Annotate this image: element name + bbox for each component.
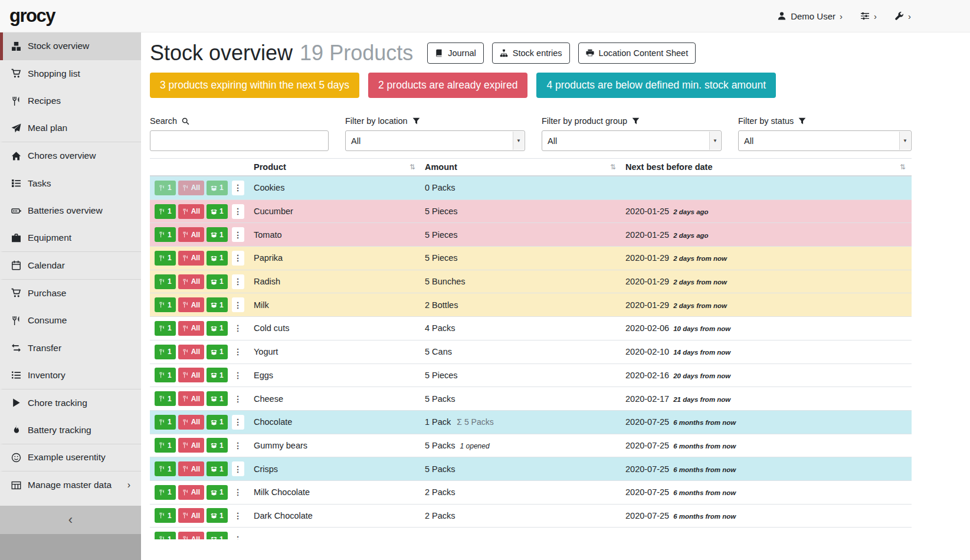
consume-one-button[interactable]: 1 (155, 227, 176, 242)
row-menu-button[interactable]: ⋮ (232, 204, 244, 219)
consume-all-button[interactable]: All (178, 345, 204, 359)
row-menu-button[interactable]: ⋮ (232, 274, 244, 289)
search-input[interactable] (150, 130, 329, 151)
sidebar-item-transfer[interactable]: Transfer (0, 335, 141, 362)
stock-entries-button[interactable]: Stock entries (492, 42, 570, 64)
row-menu-button[interactable]: ⋮ (232, 251, 244, 266)
consume-all-button[interactable]: All (178, 461, 204, 476)
sidebar-item-batteries-overview[interactable]: Batteries overview (0, 197, 141, 225)
status-filter-select[interactable]: All ▼ (738, 130, 912, 151)
sort-icon: ⇅ (900, 163, 912, 171)
sidebar-item-example-userentity[interactable]: Example userentity (0, 444, 141, 472)
row-menu-button[interactable]: ⋮ (232, 321, 244, 336)
settings-menu[interactable]: › (860, 11, 877, 21)
consume-one-button[interactable]: 1 (155, 204, 176, 219)
consume-one-button[interactable]: 1 (155, 321, 176, 336)
consume-all-button[interactable]: All (178, 251, 204, 266)
status-badge-expiring[interactable]: 3 products expiring within the next 5 da… (150, 73, 359, 98)
consume-all-button[interactable]: All (178, 368, 204, 382)
sidebar-item-tasks[interactable]: Tasks (0, 170, 141, 198)
row-menu-button[interactable]: ⋮ (232, 485, 244, 500)
consume-all-button[interactable]: All (178, 438, 204, 453)
open-one-button[interactable]: 1 (207, 204, 228, 219)
row-menu-button[interactable]: ⋮ (232, 368, 244, 382)
sidebar-item-shopping-list[interactable]: Shopping list (0, 60, 141, 88)
open-one-button[interactable]: 1 (207, 181, 228, 195)
row-menu-button[interactable]: ⋮ (232, 391, 244, 406)
sidebar-item-equipment[interactable]: Equipment (0, 225, 141, 253)
sidebar-item-calendar[interactable]: Calendar (0, 252, 141, 280)
row-menu-button[interactable]: ⋮ (232, 461, 244, 476)
consume-one-button[interactable]: 1 (155, 345, 176, 359)
open-one-button[interactable]: 1 (207, 297, 228, 312)
sidebar-item-consume[interactable]: Consume (0, 307, 141, 335)
sidebar-item-recipes[interactable]: Recipes (0, 87, 141, 115)
sidebar-item-manage-master-data[interactable]: Manage master data › (0, 471, 141, 499)
consume-one-button[interactable]: 1 (155, 485, 176, 500)
row-menu-button[interactable]: ⋮ (232, 415, 244, 430)
status-badge-belowmin[interactable]: 4 products are below defined min. stock … (536, 73, 776, 98)
column-header-amount[interactable]: Amount ⇅ (421, 162, 622, 172)
location-content-sheet-button[interactable]: Location Content Sheet (578, 42, 696, 64)
admin-menu[interactable]: › (894, 11, 911, 21)
consume-all-button[interactable]: All (178, 204, 204, 219)
row-menu-button[interactable]: ⋮ (232, 345, 244, 359)
open-one-button[interactable]: 1 (207, 274, 228, 289)
consume-one-button[interactable]: 1 (155, 368, 176, 382)
consume-all-button[interactable]: All (178, 415, 204, 430)
consume-all-button[interactable]: All (178, 391, 204, 406)
open-one-button[interactable]: 1 (207, 368, 228, 382)
consume-all-button[interactable]: All (178, 508, 204, 523)
journal-button[interactable]: Journal (427, 42, 484, 64)
sidebar-item-meal-plan[interactable]: Meal plan (0, 115, 141, 143)
sidebar-item-stock-overview[interactable]: Stock overview (0, 32, 141, 60)
open-one-button[interactable]: 1 (207, 461, 228, 476)
open-one-button[interactable]: 1 (207, 321, 228, 336)
open-one-button[interactable]: 1 (207, 391, 228, 406)
consume-one-button[interactable]: 1 (155, 415, 176, 430)
sidebar-item-battery-tracking[interactable]: Battery tracking (0, 417, 141, 444)
sidebar-item-chore-tracking[interactable]: Chore tracking (0, 389, 141, 417)
open-one-button[interactable]: 1 (207, 438, 228, 453)
consume-all-button[interactable]: All (178, 181, 204, 195)
row-menu-button[interactable]: ⋮ (232, 227, 244, 242)
open-one-button[interactable]: 1 (207, 415, 228, 430)
consume-all-button[interactable]: All (178, 227, 204, 242)
sidebar-item-chores-overview[interactable]: Chores overview (0, 142, 141, 170)
consume-one-button[interactable]: 1 (155, 181, 176, 195)
row-menu-button[interactable]: ⋮ (232, 438, 244, 453)
open-one-button[interactable]: 1 (207, 251, 228, 266)
row-menu-button[interactable]: ⋮ (232, 181, 244, 195)
consume-all-button[interactable]: All (178, 532, 204, 539)
row-menu-button[interactable]: ⋮ (232, 508, 244, 523)
open-one-button[interactable]: 1 (207, 532, 228, 539)
location-filter-select[interactable]: All ▼ (345, 130, 525, 151)
product-group-filter-select[interactable]: All ▼ (542, 130, 722, 151)
open-one-button[interactable]: 1 (207, 485, 228, 500)
open-one-button[interactable]: 1 (207, 227, 228, 242)
consume-one-button[interactable]: 1 (155, 391, 176, 406)
consume-one-button[interactable]: 1 (155, 461, 176, 476)
consume-one-button[interactable]: 1 (155, 532, 176, 539)
consume-all-button[interactable]: All (178, 297, 204, 312)
open-one-button[interactable]: 1 (207, 508, 228, 523)
consume-one-button[interactable]: 1 (155, 508, 176, 523)
open-one-button[interactable]: 1 (207, 345, 228, 359)
row-menu-button[interactable]: ⋮ (232, 532, 244, 539)
consume-one-button[interactable]: 1 (155, 274, 176, 289)
sidebar-collapse-button[interactable]: ‹ (0, 506, 141, 534)
consume-one-button[interactable]: 1 (155, 297, 176, 312)
consume-all-button[interactable]: All (178, 321, 204, 336)
sidebar-item-purchase[interactable]: Purchase (0, 280, 141, 307)
sidebar-item-inventory[interactable]: Inventory (0, 362, 141, 389)
consume-all-button[interactable]: All (178, 274, 204, 289)
consume-all-button[interactable]: All (178, 485, 204, 500)
user-menu[interactable]: Demo User › (777, 11, 843, 21)
consume-one-button[interactable]: 1 (155, 251, 176, 266)
status-badge-expired[interactable]: 2 products are already expired (368, 73, 527, 98)
app-logo[interactable]: grocy (9, 5, 55, 27)
row-menu-button[interactable]: ⋮ (232, 297, 244, 312)
consume-one-button[interactable]: 1 (155, 438, 176, 453)
column-header-product[interactable]: Product ⇅ (250, 162, 421, 172)
column-header-date[interactable]: Next best before date ⇅ (622, 162, 912, 172)
